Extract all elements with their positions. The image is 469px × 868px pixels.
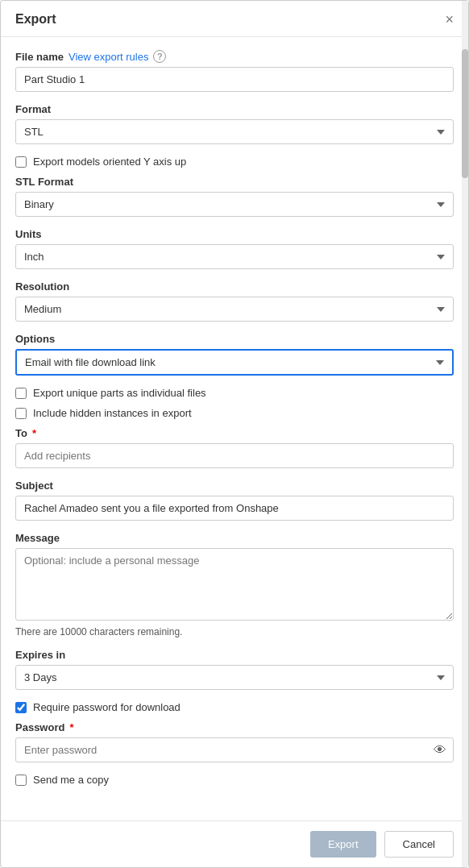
message-group: Message There are 10000 characters remai… xyxy=(15,532,454,638)
help-icon[interactable]: ? xyxy=(153,50,166,63)
to-group: To* xyxy=(15,427,454,468)
send-copy-row: Send me a copy xyxy=(15,774,454,786)
resolution-select[interactable]: Coarse Medium Fine Ultra Fine Custom xyxy=(15,297,454,322)
include-hidden-checkbox[interactable] xyxy=(15,408,27,419)
units-label: Units xyxy=(15,228,454,240)
file-name-label: File name View export rules ? xyxy=(15,50,454,63)
password-input[interactable] xyxy=(15,737,454,762)
eye-slash-icon[interactable]: 👁︎ xyxy=(434,743,446,758)
subject-label: Subject xyxy=(15,480,454,492)
resolution-label: Resolution xyxy=(15,280,454,293)
expires-in-group: Expires in 1 Day 3 Days 7 Days 14 Days 3… xyxy=(15,649,454,690)
password-required: * xyxy=(69,721,73,733)
export-oriented-checkbox[interactable] xyxy=(15,156,27,168)
stl-format-label: STL Format xyxy=(15,176,454,188)
format-label: Format xyxy=(15,103,454,115)
modal-body: File name View export rules ? Format STL… xyxy=(1,37,468,820)
password-group: Password* 👁︎ xyxy=(15,721,454,762)
send-copy-label: Send me a copy xyxy=(33,774,109,786)
stl-format-select[interactable]: Binary ASCII xyxy=(15,192,454,217)
options-select[interactable]: Email with file download link Download xyxy=(15,349,454,376)
subject-input[interactable] xyxy=(15,496,454,521)
include-hidden-row: Include hidden instances in export xyxy=(15,407,454,419)
require-password-label: Require password for download xyxy=(33,701,181,713)
format-group: Format STL STEP IGES Parasolid ACIS OBJ xyxy=(15,103,454,144)
scrollbar-track[interactable] xyxy=(462,1,468,867)
send-copy-checkbox[interactable] xyxy=(15,775,27,786)
units-select[interactable]: Inch Millimeter Centimeter Meter Foot Ya… xyxy=(15,244,454,269)
password-label: Password* xyxy=(15,721,454,733)
cancel-button[interactable]: Cancel xyxy=(384,831,454,858)
export-oriented-row: Export models oriented Y axis up xyxy=(15,156,454,168)
export-unique-row: Export unique parts as individual files xyxy=(15,387,454,399)
char-count: There are 10000 characters remaining. xyxy=(15,626,454,638)
modal-footer: Export Cancel xyxy=(1,820,468,867)
message-label: Message xyxy=(15,532,454,544)
expires-in-label: Expires in xyxy=(15,649,454,661)
modal-title: Export xyxy=(15,12,56,27)
resolution-group: Resolution Coarse Medium Fine Ultra Fine… xyxy=(15,280,454,322)
options-group: Options Email with file download link Do… xyxy=(15,333,454,376)
expires-in-select[interactable]: 1 Day 3 Days 7 Days 14 Days 30 Days xyxy=(15,665,454,690)
stl-format-group: STL Format Binary ASCII xyxy=(15,176,454,217)
scrollbar-thumb[interactable] xyxy=(462,49,468,178)
export-modal: Export × File name View export rules ? F… xyxy=(0,0,469,868)
to-label: To* xyxy=(15,427,454,439)
message-textarea[interactable] xyxy=(15,548,454,621)
password-wrapper: 👁︎ xyxy=(15,737,454,762)
options-label: Options xyxy=(15,333,454,345)
format-select[interactable]: STL STEP IGES Parasolid ACIS OBJ xyxy=(15,119,454,144)
to-required: * xyxy=(32,427,36,439)
subject-group: Subject xyxy=(15,480,454,521)
view-export-rules-link[interactable]: View export rules xyxy=(68,51,148,63)
export-unique-checkbox[interactable] xyxy=(15,388,27,399)
units-group: Units Inch Millimeter Centimeter Meter F… xyxy=(15,228,454,269)
to-input[interactable] xyxy=(15,443,454,468)
export-button[interactable]: Export xyxy=(310,831,376,858)
file-name-group: File name View export rules ? xyxy=(15,50,454,92)
require-password-row: Require password for download xyxy=(15,701,454,713)
close-button[interactable]: × xyxy=(445,12,454,27)
modal-header: Export × xyxy=(1,1,468,37)
require-password-checkbox[interactable] xyxy=(15,702,27,713)
export-unique-label: Export unique parts as individual files xyxy=(33,387,206,399)
export-oriented-label: Export models oriented Y axis up xyxy=(33,156,186,168)
file-name-input[interactable] xyxy=(15,67,454,92)
include-hidden-label: Include hidden instances in export xyxy=(33,407,192,419)
